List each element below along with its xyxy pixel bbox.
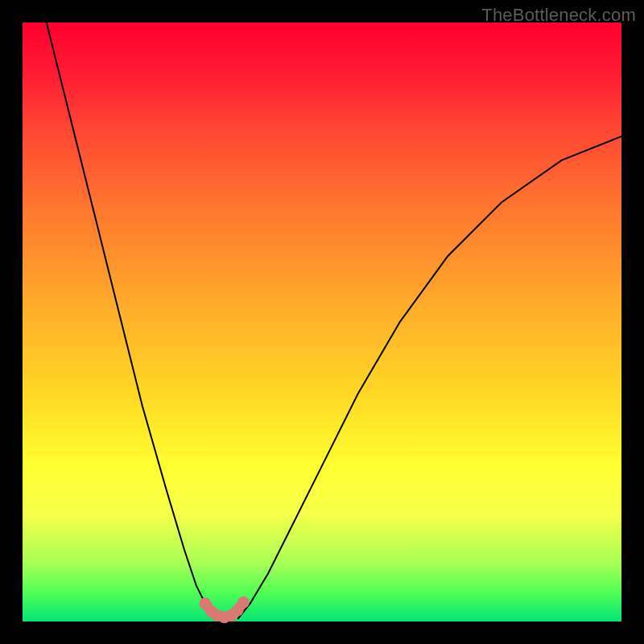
curve-right-branch (238, 136, 621, 618)
curve-svg (23, 23, 621, 621)
trough-marker-dot (237, 597, 250, 609)
plot-area (23, 23, 621, 621)
chart-frame: TheBottleneck.com (0, 0, 644, 644)
curve-left-branch (47, 23, 217, 618)
trough-markers (199, 597, 250, 624)
